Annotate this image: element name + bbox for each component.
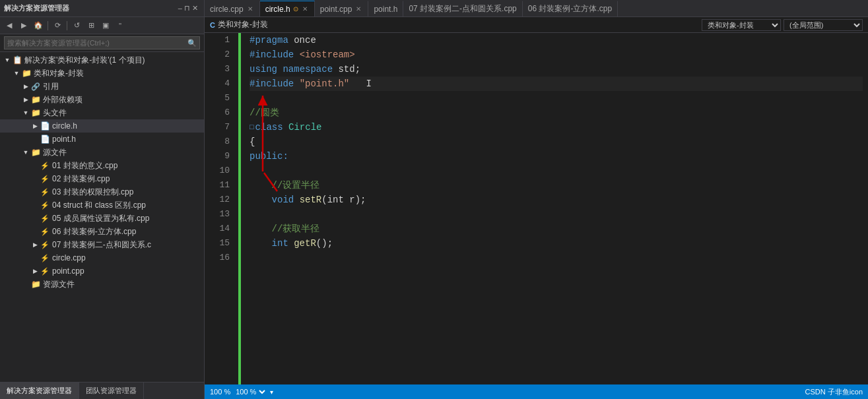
tree-item-ext[interactable]: ▶ 📁 外部依赖项	[0, 93, 204, 106]
tab-point-h-label: point.h	[374, 5, 397, 14]
ext-icon: 📁	[30, 94, 41, 105]
line-num-5: 5	[205, 91, 230, 106]
src7-icon: ⚡	[40, 239, 50, 250]
breadcrumb-right-section: 类和对象-封装 (全局范围)	[702, 19, 863, 31]
search-input[interactable]	[7, 39, 187, 47]
ref-expand-icon: ▶	[21, 82, 30, 91]
point-cpp-label: point.cpp	[52, 266, 84, 276]
pin-icon[interactable]: – ⊓ ✕	[176, 3, 200, 13]
line-num-3: 3	[205, 62, 230, 77]
breadcrumb-path[interactable]: 类和对象-封装	[218, 19, 268, 30]
sidebar-header: 解决方案资源管理器 – ⊓ ✕	[0, 0, 204, 17]
tree-item-headers[interactable]: ▼ 📁 头文件	[0, 106, 204, 119]
new-solution-icon[interactable]: ↺	[70, 19, 83, 32]
zoom-select[interactable]: 100 %	[233, 387, 267, 396]
tree-item-src1[interactable]: ⚡ 01 封装的意义.cpp	[0, 159, 204, 172]
src6-expand-icon	[30, 227, 40, 236]
tree-item-src4[interactable]: ⚡ 04 struct 和 class 区别.cpp	[0, 199, 204, 212]
code-line-4: #include "point.h" I	[250, 77, 863, 91]
solution-expand-icon: ▼	[3, 55, 12, 65]
tree-item-src6[interactable]: ⚡ 06 封装案例-立方体.cpp	[0, 225, 204, 238]
tab-07-label: 07 封装案例二-点和圆关系.cpp	[409, 3, 516, 15]
code-content[interactable]: #pragma once #include <iostream> using n…	[244, 33, 868, 384]
sync-icon[interactable]: ⟳	[51, 19, 64, 32]
tab-point-h[interactable]: point.h	[368, 1, 403, 16]
back-icon[interactable]: ◀	[3, 19, 16, 32]
src3-icon: ⚡	[40, 187, 50, 197]
line-num-13: 13	[205, 207, 230, 222]
tree-item-ref[interactable]: ▶ 🔗 引用	[0, 80, 204, 93]
point-cpp-icon: ⚡	[40, 266, 50, 276]
gutter	[235, 33, 244, 384]
sidebar-title: 解决方案资源管理器	[4, 3, 69, 13]
src3-expand-icon	[30, 187, 40, 197]
tab-point-cpp[interactable]: point.cpp ✕	[315, 1, 369, 16]
ref-icon: 🔗	[30, 81, 41, 92]
props-icon[interactable]: ''	[114, 19, 127, 32]
tree-item-src3[interactable]: ⚡ 03 封装的权限控制.cpp	[0, 185, 204, 199]
tree-item-sources[interactable]: ▼ 📁 源文件	[0, 146, 204, 159]
line-num-6: 6	[205, 106, 230, 120]
src2-label: 02 封装案例.cpp	[52, 173, 110, 185]
ext-label: 外部依赖项	[43, 94, 83, 106]
tree-item-point-cpp[interactable]: ▶ ⚡ point.cpp	[0, 264, 204, 278]
filter-icon[interactable]: ⊞	[84, 19, 98, 32]
search-bar: 🔍	[0, 34, 204, 52]
src4-icon: ⚡	[40, 200, 50, 210]
home-icon[interactable]: 🏠	[32, 19, 45, 32]
tree-item-solution[interactable]: ▼ 📋 解决方案'类和对象-封装'(1 个项目)	[0, 53, 204, 67]
tab-team-explorer[interactable]: 团队资源管理器	[79, 383, 144, 399]
tab-circle-cpp-close[interactable]: ✕	[246, 5, 254, 13]
sidebar-header-icons: – ⊓ ✕	[176, 3, 200, 13]
tab-circle-h-close[interactable]: ✕	[301, 5, 309, 13]
src7-expand-icon: ▶	[30, 240, 40, 249]
tab-circle-cpp[interactable]: circle.cpp ✕	[205, 1, 260, 16]
tab-circle-h-label: circle.h	[265, 5, 290, 14]
status-bar: 100 % 100 % ▾ CSDN 子非鱼icon	[205, 384, 868, 399]
zoom-arrow-icon[interactable]: ▾	[270, 388, 273, 396]
src6-icon: ⚡	[40, 226, 50, 237]
tab-07[interactable]: 07 封装案例二-点和圆关系.cpp	[403, 1, 522, 16]
resources-icon: 📁	[30, 279, 41, 290]
tab-circle-h[interactable]: circle.h ⊙ ✕	[260, 1, 315, 16]
tree-item-circle-cpp[interactable]: ⚡ circle.cpp	[0, 251, 204, 264]
tab-solution-explorer[interactable]: 解决方案资源管理器	[0, 383, 79, 399]
tab-06[interactable]: 06 封装案例-立方体.cpp	[523, 1, 618, 16]
line-num-8: 8	[205, 135, 230, 149]
sidebar-bottom-tabs: 解决方案资源管理器 团队资源管理器	[0, 382, 204, 399]
src4-label: 04 struct 和 class 区别.cpp	[52, 200, 146, 211]
line-num-4: 4	[205, 77, 230, 91]
line-num-15: 15	[205, 236, 230, 251]
line-num-16: 16	[205, 251, 230, 265]
tree-item-project[interactable]: ▼ 📁 类和对象-封装	[0, 67, 204, 80]
forward-icon[interactable]: ▶	[17, 19, 30, 32]
circle-cpp-icon: ⚡	[40, 253, 50, 263]
breadcrumb-scope-right[interactable]: (全局范围)	[784, 19, 863, 31]
src7-label: 07 封装案例二-点和圆关系.c	[52, 239, 151, 251]
code-line-3: using namespace std;	[250, 62, 863, 77]
sources-icon: 📁	[30, 147, 41, 158]
line-num-7: 7	[205, 120, 230, 135]
breadcrumb-scope-left[interactable]: 类和对象-封装	[702, 19, 781, 31]
src2-icon: ⚡	[40, 173, 50, 184]
project-icon: 📁	[21, 68, 32, 78]
code-line-14: //获取半径	[250, 222, 863, 236]
src5-expand-icon	[30, 214, 40, 223]
tab-point-cpp-close[interactable]: ✕	[354, 5, 362, 13]
code-line-5	[250, 91, 863, 106]
tree-item-src7[interactable]: ▶ ⚡ 07 封装案例二-点和圆关系.c	[0, 238, 204, 251]
collapse-all-icon[interactable]: ▣	[99, 19, 112, 32]
tree-item-src2[interactable]: ⚡ 02 封装案例.cpp	[0, 172, 204, 185]
code-line-6: //圆类	[250, 106, 863, 120]
solution-label: 解决方案'类和对象-封装'(1 个项目)	[24, 55, 145, 66]
resources-expand-icon	[21, 280, 30, 289]
gutter-green-bar	[238, 33, 241, 384]
circle-h-icon: 📄	[40, 121, 50, 131]
code-line-1: #pragma once	[250, 33, 863, 47]
ref-label: 引用	[43, 81, 59, 92]
tree-item-point-h[interactable]: 📄 point.h	[0, 133, 204, 146]
sidebar-toolbar: ◀ ▶ 🏠 ⟳ ↺ ⊞ ▣ ''	[0, 17, 204, 34]
tree-item-src5[interactable]: ⚡ 05 成员属性设置为私有.cpp	[0, 212, 204, 225]
tree-item-resources[interactable]: 📁 资源文件	[0, 278, 204, 291]
tree-item-circle-h[interactable]: ▶ 📄 circle.h	[0, 119, 204, 133]
